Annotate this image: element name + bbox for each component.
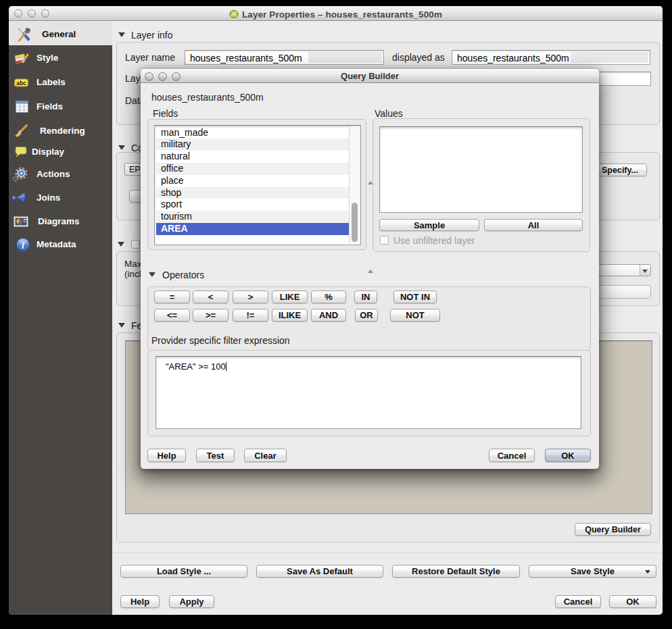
svg-text:i: i <box>22 241 24 251</box>
svg-text:abc: abc <box>16 80 26 86</box>
